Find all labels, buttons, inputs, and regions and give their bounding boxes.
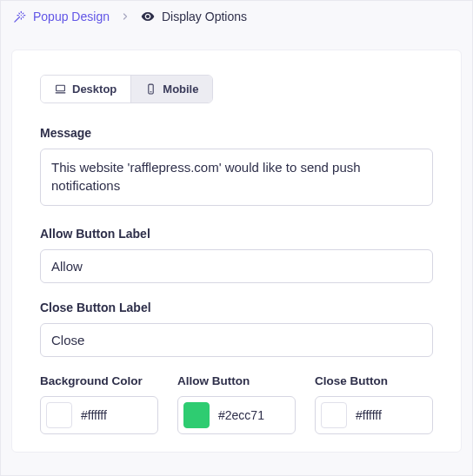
background-color-label: Background Color [40, 374, 158, 387]
breadcrumb-display-options: Display Options [141, 10, 247, 23]
tab-desktop[interactable]: Desktop [41, 76, 130, 102]
chevron-right-icon [120, 11, 130, 22]
message-label: Message [40, 126, 433, 140]
eye-icon [141, 10, 155, 23]
close-button-color-label: Close Button [315, 374, 433, 387]
tab-mobile[interactable]: Mobile [130, 76, 212, 102]
breadcrumb-popup-design[interactable]: Popup Design [13, 10, 110, 23]
allow-label: Allow Button Label [40, 227, 433, 241]
background-color-picker[interactable] [40, 396, 158, 434]
close-button-color-hex[interactable] [356, 408, 416, 422]
allow-button-color-picker[interactable] [177, 396, 296, 434]
svg-rect-0 [57, 85, 65, 91]
allow-button-color-label: Allow Button [177, 374, 296, 387]
tab-mobile-label: Mobile [163, 83, 198, 96]
allow-button-color-swatch [183, 402, 210, 428]
close-button-color-swatch [321, 402, 347, 428]
desktop-icon [55, 83, 66, 95]
close-input[interactable] [40, 323, 433, 357]
breadcrumb: Popup Design Display Options [1, 1, 472, 32]
allow-label-field: Allow Button Label [40, 227, 433, 283]
background-color-hex[interactable] [81, 408, 142, 422]
breadcrumb-current-label: Display Options [162, 10, 247, 23]
close-label-field: Close Button Label [40, 301, 433, 357]
allow-input[interactable] [40, 249, 433, 283]
close-button-color-picker[interactable] [315, 396, 433, 434]
allow-button-color-field: Allow Button [177, 374, 296, 434]
wand-icon [13, 10, 26, 23]
allow-button-color-hex[interactable] [218, 408, 279, 422]
message-field: Message [40, 126, 433, 209]
close-label: Close Button Label [40, 301, 433, 314]
color-row: Background Color Allow Button Close Butt… [40, 374, 433, 434]
tab-desktop-label: Desktop [72, 83, 117, 96]
background-color-field: Background Color [40, 374, 158, 434]
message-input[interactable] [40, 149, 433, 206]
close-button-color-field: Close Button [315, 374, 433, 434]
mobile-icon [145, 83, 157, 95]
options-panel: Desktop Mobile Message Allow Button Labe… [11, 50, 462, 453]
device-tabs: Desktop Mobile [40, 75, 213, 103]
background-color-swatch [46, 402, 72, 428]
settings-page: Popup Design Display Options Desktop [0, 0, 473, 476]
breadcrumb-parent-label: Popup Design [33, 10, 110, 23]
